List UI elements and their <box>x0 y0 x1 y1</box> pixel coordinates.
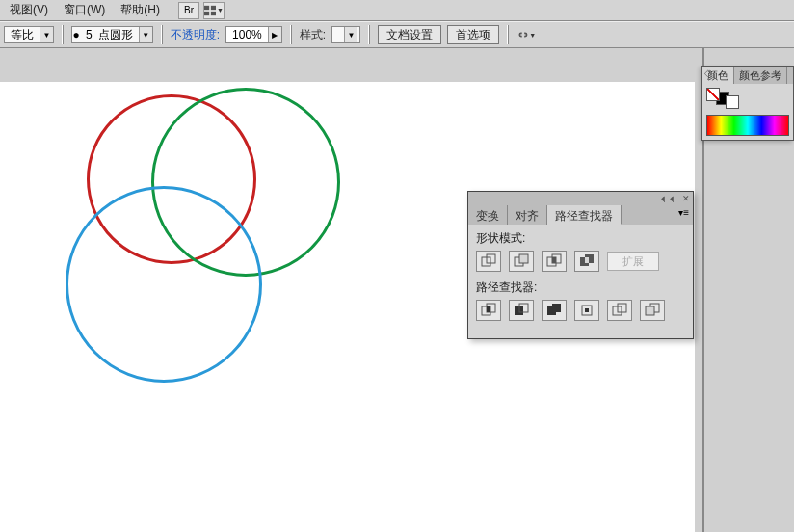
chevron-down-icon: ▼ <box>139 27 152 42</box>
pathfinder-body: 形状模式: 扩展 路径查找器: <box>468 225 693 338</box>
document-setup-button[interactable]: 文档设置 <box>378 25 441 44</box>
color-spectrum[interactable] <box>706 115 789 136</box>
bridge-icon: Br <box>184 5 194 15</box>
bullet-icon: ● <box>72 28 80 41</box>
opacity-label[interactable]: 不透明度: <box>171 27 220 43</box>
separator <box>161 25 163 44</box>
exclude-button[interactable] <box>574 251 599 272</box>
grid-icon <box>204 5 216 16</box>
style-dropdown[interactable]: ▼ <box>331 26 360 43</box>
svg-rect-3 <box>211 11 216 14</box>
merge-button[interactable] <box>542 300 567 321</box>
document-setup-label: 文档设置 <box>386 27 433 43</box>
minus-back-button[interactable] <box>640 300 665 321</box>
divide-button[interactable] <box>476 300 501 321</box>
ratio-dropdown-label: 等比 <box>5 27 40 43</box>
blue-circle-shape[interactable] <box>66 186 262 383</box>
separator <box>507 25 509 44</box>
ratio-dropdown[interactable]: 等比 ▼ <box>4 26 54 43</box>
separator <box>62 25 64 44</box>
panel-grip-icon[interactable]: ◇ <box>704 67 712 78</box>
svg-rect-22 <box>585 308 589 312</box>
minus-front-button[interactable] <box>509 251 534 272</box>
close-icon[interactable]: ✕ <box>682 194 690 203</box>
stroke-profile-dropdown[interactable]: ● 5 点圆形 ▼ <box>71 26 153 43</box>
menubar: 视图(V) 窗口(W) 帮助(H) Br ▼ <box>0 0 794 21</box>
crop-button[interactable] <box>574 300 599 321</box>
separator <box>290 25 292 44</box>
svg-rect-1 <box>211 5 216 9</box>
chevron-right-icon: ▶ <box>268 27 281 42</box>
tab-color-guide[interactable]: 颜色参考 <box>734 66 787 84</box>
separator <box>368 25 370 44</box>
collapse-icon[interactable]: ⏴⏴ <box>659 194 676 203</box>
svg-rect-2 <box>204 11 209 14</box>
tab-transform[interactable]: 变换 <box>468 205 508 225</box>
chevron-down-icon: ▼ <box>217 7 224 13</box>
svg-rect-7 <box>519 254 528 263</box>
preferences-label: 首选项 <box>456 27 490 43</box>
panel-menu-icon[interactable]: ▾≡ <box>675 205 693 225</box>
arrange-documents-button[interactable]: ▼ <box>203 2 225 19</box>
svg-rect-0 <box>204 5 209 9</box>
stroke-profile-label: 点圆形 <box>98 27 139 43</box>
chain-icon[interactable]: ▼ <box>516 26 536 43</box>
tab-align[interactable]: 对齐 <box>508 205 547 225</box>
outline-button[interactable] <box>607 300 632 321</box>
intersect-button[interactable] <box>542 251 567 272</box>
svg-rect-10 <box>552 257 556 263</box>
pathfinders-label: 路径查找器: <box>476 279 685 296</box>
menu-window[interactable]: 窗口(W) <box>58 0 111 20</box>
chevron-down-icon: ▼ <box>40 27 53 42</box>
preferences-button[interactable]: 首选项 <box>447 25 499 44</box>
svg-rect-20 <box>552 304 561 312</box>
stroke-value: 5 <box>80 28 98 41</box>
shape-modes-label: 形状模式: <box>476 230 685 247</box>
style-label: 样式: <box>300 27 326 43</box>
trim-button[interactable] <box>509 300 534 321</box>
color-panel-tabs: 颜色 颜色参考 <box>702 66 793 84</box>
fill-stroke-swatch[interactable] <box>702 84 793 113</box>
chevron-down-icon: ▼ <box>344 27 357 42</box>
opacity-input[interactable]: 100% ▶ <box>225 26 282 43</box>
fill-swatch[interactable] <box>726 95 739 109</box>
unite-button[interactable] <box>476 251 501 272</box>
menu-help[interactable]: 帮助(H) <box>115 0 166 20</box>
expand-button[interactable]: 扩展 <box>607 252 659 271</box>
bridge-button[interactable]: Br <box>178 2 199 19</box>
pathfinder-panel[interactable]: ⏴⏴ ✕ 变换 对齐 路径查找器 ▾≡ 形状模式: 扩展 路径查找器: <box>467 191 694 339</box>
svg-rect-26 <box>646 306 654 315</box>
color-panel[interactable]: ◇ 颜色 颜色参考 <box>701 66 794 141</box>
shape-modes-row: 扩展 <box>476 251 685 272</box>
separator <box>172 3 172 18</box>
chevron-down-icon: ▼ <box>529 32 536 39</box>
svg-rect-16 <box>487 306 490 312</box>
tab-pathfinder[interactable]: 路径查找器 <box>547 205 622 225</box>
pathfinder-tabs: 变换 对齐 路径查找器 ▾≡ <box>468 205 693 225</box>
svg-rect-13 <box>585 257 589 263</box>
panel-titlebar[interactable]: ⏴⏴ ✕ <box>468 192 693 205</box>
opacity-value: 100% <box>226 28 268 41</box>
menu-view[interactable]: 视图(V) <box>4 0 54 20</box>
pathfinders-row <box>476 300 685 321</box>
options-bar: 等比 ▼ ● 5 点圆形 ▼ 不透明度: 100% ▶ 样式: ▼ 文档设置 首… <box>0 21 794 48</box>
